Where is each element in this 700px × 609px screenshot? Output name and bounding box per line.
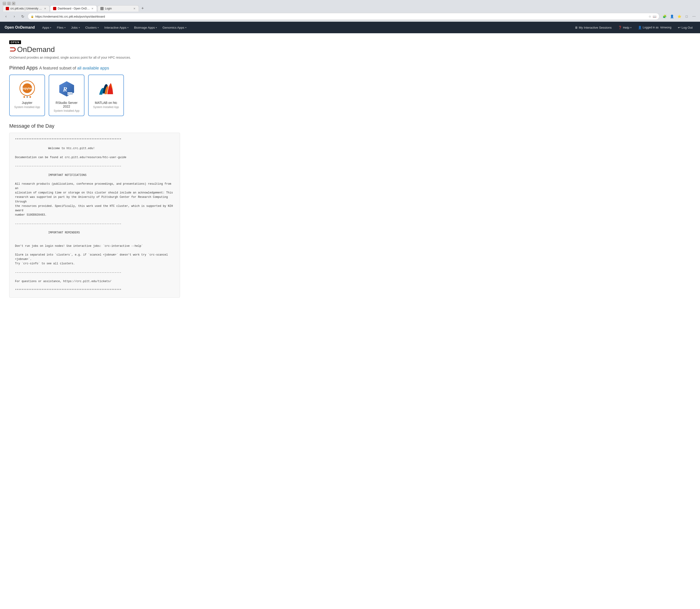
navbar-right: 🖥 My Interactive Sessions ❓ Help ▾ 👤 Log…	[572, 25, 695, 29]
nav-link-help[interactable]: ❓ Help ▾	[615, 25, 634, 29]
jupyter-app-subtitle: System Installed App	[14, 105, 40, 109]
reading-mode-icon[interactable]: 📖	[653, 15, 657, 18]
browser-titlebar: — □ ✕	[0, 0, 700, 5]
url-bar[interactable]: 🔒 https://ondemand.htc.crc.pitt.edu/pun/…	[28, 13, 659, 20]
svg-point-4	[26, 96, 28, 98]
nav-item-apps[interactable]: Apps ▾	[39, 22, 54, 33]
nav-item-help[interactable]: ❓ Help ▾	[615, 25, 634, 29]
nav-item-interactive-apps[interactable]: Interactive Apps ▾	[102, 22, 131, 33]
minimize-button[interactable]: —	[3, 2, 6, 5]
extensions-icon[interactable]: 🧩	[661, 13, 668, 20]
nav-item-jobs[interactable]: Jobs ▾	[68, 22, 83, 33]
nav-link-user[interactable]: 👤 Logged in as kimwong	[635, 25, 674, 29]
rstudio-icon-container: R Studio	[57, 80, 76, 98]
svg-text:R: R	[62, 86, 67, 93]
jupyter-app-card[interactable]: jupyter Jupyter System Installed App	[9, 74, 45, 116]
bookmark-star-icon[interactable]: ☆	[649, 15, 651, 18]
refresh-button[interactable]: ↻	[19, 13, 26, 20]
matlab-app-subtitle: System Installed App	[93, 105, 119, 109]
rstudio-icon: R Studio	[59, 81, 75, 97]
nav-link-clusters[interactable]: Clusters ▾	[83, 22, 102, 33]
nav-link-files[interactable]: Files ▾	[54, 22, 68, 33]
jobs-label: Jobs	[71, 26, 78, 29]
svg-point-3	[23, 96, 25, 98]
new-tab-button[interactable]: +	[139, 5, 146, 12]
tab-close-2[interactable]: ✕	[91, 7, 93, 10]
help-icon: ❓	[618, 25, 622, 29]
nav-item-files[interactable]: Files ▾	[54, 22, 68, 33]
nav-item-user[interactable]: 👤 Logged in as kimwong	[635, 25, 674, 29]
tab-label-3: Login	[105, 7, 112, 10]
maximize-button[interactable]: □	[7, 2, 11, 5]
nav-link-interactive-apps[interactable]: Interactive Apps ▾	[102, 22, 131, 33]
matlab-icon-container	[97, 80, 115, 98]
browser-menu-icon[interactable]: ⋯	[691, 13, 697, 20]
rstudio-app-subtitle: System Installed App	[54, 109, 79, 112]
main-content: OPEN ⊃ OnDemand OnDemand provides an int…	[0, 33, 208, 304]
rstudio-app-card[interactable]: R Studio RStudio Server 2022 System Inst…	[49, 74, 85, 116]
motd-box: ****************************************…	[9, 133, 180, 298]
apps-caret: ▾	[50, 26, 51, 29]
nav-link-logout[interactable]: ↩ Log Out	[675, 25, 695, 29]
matlab-app-card[interactable]: MATLAB on htc System Installed App	[88, 74, 124, 116]
clusters-label: Clusters	[85, 26, 97, 29]
available-apps-link[interactable]: all available apps	[77, 66, 109, 70]
browser-tab-1[interactable]: crc.pitt.edu | University of Pittsbu... …	[3, 5, 50, 12]
nav-link-jobs[interactable]: Jobs ▾	[68, 22, 83, 33]
tab-favicon-1	[6, 7, 9, 10]
navbar: Open OnDemand Apps ▾ Files ▾ Jobs ▾	[0, 22, 700, 33]
browser-chrome: — □ ✕ crc.pitt.edu | University of Pitts…	[0, 0, 700, 22]
nav-link-genomics-apps[interactable]: Genomics Apps ▾	[160, 22, 189, 33]
svg-text:jupyter: jupyter	[22, 87, 32, 90]
favorites-icon[interactable]: ⭐	[676, 13, 682, 20]
files-label: Files	[57, 26, 64, 29]
tab-close-1[interactable]: ✕	[44, 7, 46, 10]
my-sessions-icon: 🖥	[575, 26, 578, 29]
username-text: kimwong	[661, 26, 671, 29]
ood-logo-icon: ⊃	[9, 45, 16, 54]
profile-icon[interactable]: 👤	[669, 13, 675, 20]
browser-controls[interactable]: — □ ✕	[3, 2, 15, 5]
app-container: Open OnDemand Apps ▾ Files ▾ Jobs ▾	[0, 22, 700, 304]
browser-tabs: crc.pitt.edu | University of Pittsbu... …	[0, 5, 700, 12]
pinned-apps-title-text: Pinned Apps	[9, 65, 38, 71]
jupyter-app-name: Jupyter	[22, 101, 33, 105]
matlab-app-name: MATLAB on htc	[95, 101, 117, 105]
jupyter-icon: jupyter	[19, 80, 35, 98]
my-sessions-label: My Interactive Sessions	[579, 26, 612, 29]
nav-link-bioimage-apps[interactable]: Bioimage Apps ▾	[131, 22, 160, 33]
genomics-apps-caret: ▾	[185, 26, 186, 29]
nav-link-apps[interactable]: Apps ▾	[39, 22, 54, 33]
pinned-apps-title: Pinned Apps A featured subset of all ava…	[9, 65, 198, 71]
browser-tab-3[interactable]: Login ✕	[97, 5, 139, 12]
tab-close-3[interactable]: ✕	[133, 7, 136, 10]
tab-label-2: Dashboard - Open OnDemand	[58, 7, 90, 10]
collections-icon[interactable]: □	[683, 13, 690, 20]
navbar-brand[interactable]: Open OnDemand	[5, 25, 35, 30]
nav-item-clusters[interactable]: Clusters ▾	[83, 22, 102, 33]
tab-favicon-2	[53, 7, 56, 10]
nav-item-bioimage-apps[interactable]: Bioimage Apps ▾	[131, 22, 160, 33]
ood-tagline: OnDemand provides an integrated, single …	[9, 56, 198, 59]
jupyter-icon-container: jupyter	[18, 80, 36, 98]
back-button[interactable]: ‹	[3, 13, 9, 20]
browser-tab-2[interactable]: Dashboard - Open OnDemand ✕	[50, 5, 97, 12]
logged-in-as-text: Logged in as	[643, 26, 659, 29]
logout-icon: ↩	[678, 25, 681, 29]
forward-button[interactable]: ›	[11, 13, 18, 20]
nav-item-genomics-apps[interactable]: Genomics Apps ▾	[160, 22, 189, 33]
bioimage-apps-caret: ▾	[156, 26, 157, 29]
nav-link-my-sessions[interactable]: 🖥 My Interactive Sessions	[572, 26, 615, 29]
pinned-apps-subtitle: A featured subset of all available apps	[39, 66, 109, 70]
close-button[interactable]: ✕	[12, 2, 15, 5]
apps-label: Apps	[42, 26, 49, 29]
help-caret: ▾	[630, 26, 631, 29]
nav-item-logout[interactable]: ↩ Log Out	[675, 25, 695, 29]
ood-logo-container: OPEN ⊃ OnDemand OnDemand provides an int…	[9, 40, 198, 59]
matlab-icon	[98, 81, 114, 97]
interactive-apps-caret: ▾	[127, 26, 128, 29]
nav-item-my-sessions[interactable]: 🖥 My Interactive Sessions	[572, 26, 615, 29]
svg-point-5	[29, 96, 31, 98]
rstudio-app-name: RStudio Server 2022	[52, 101, 81, 108]
tab-favicon-3	[100, 7, 104, 10]
